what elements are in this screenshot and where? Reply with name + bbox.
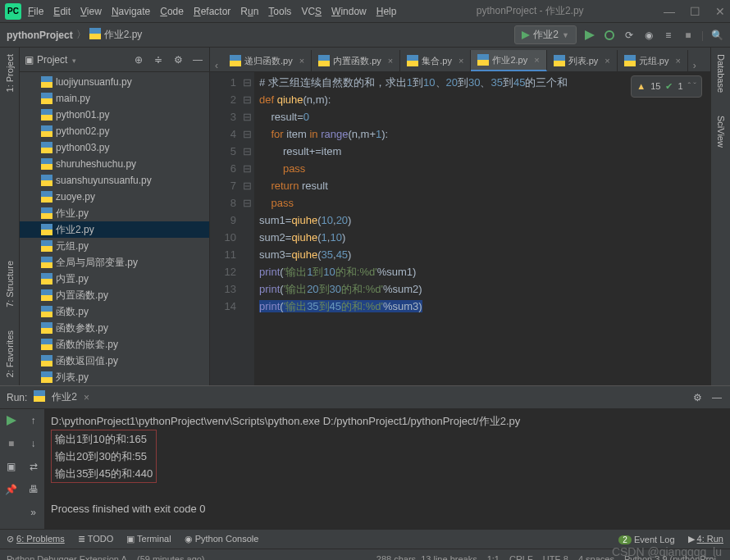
tree-item[interactable]: main.py bbox=[20, 90, 209, 107]
print-icon[interactable]: 🖶 bbox=[27, 483, 40, 496]
svg-rect-34 bbox=[41, 312, 52, 317]
collapse-icon[interactable]: ≑ bbox=[152, 53, 165, 66]
close-tab-icon[interactable]: × bbox=[605, 56, 609, 66]
tree-item[interactable]: 列表.py bbox=[20, 369, 209, 385]
console-output[interactable]: D:\pythonProject1\pythonProject\venv\Scr… bbox=[44, 409, 730, 529]
stop-icon[interactable]: ■ bbox=[5, 437, 18, 450]
tab-scroll-right[interactable]: › bbox=[688, 60, 701, 71]
down-icon[interactable]: ↓ bbox=[27, 437, 40, 450]
rerun-icon[interactable] bbox=[5, 414, 18, 427]
event-log-tab[interactable]: 2 Event Log bbox=[618, 535, 674, 544]
wrap-icon[interactable]: ⇄ bbox=[27, 460, 40, 473]
problems-tab[interactable]: ⊘ 6: Problems bbox=[7, 534, 65, 544]
close-tab-icon[interactable]: × bbox=[299, 56, 304, 66]
run-tab[interactable]: ▶ 4: Run bbox=[688, 534, 723, 544]
tree-item[interactable]: 元组.py bbox=[20, 238, 209, 254]
status-enc[interactable]: UTF-8 bbox=[543, 554, 568, 561]
close-tab-icon[interactable]: × bbox=[534, 55, 539, 65]
sidebar-tab-database[interactable]: Database bbox=[714, 51, 728, 96]
run-config-dropdown[interactable]: 作业2 ▼ bbox=[514, 25, 577, 44]
run-icon[interactable] bbox=[583, 29, 596, 42]
editor-tab[interactable]: 集合.py× bbox=[400, 50, 471, 71]
menu-tools[interactable]: Tools bbox=[268, 6, 291, 17]
chevron-down-icon[interactable] bbox=[71, 54, 76, 66]
code-content[interactable]: # 求三组连续自然数的和，求出1到10、20到30、35到45的三个和 def … bbox=[254, 72, 710, 385]
todo-tab[interactable]: ≣ TODO bbox=[78, 534, 113, 544]
menu-refactor[interactable]: Refactor bbox=[194, 6, 230, 17]
tree-item[interactable]: 全局与局部变量.py bbox=[20, 254, 209, 271]
status-indent[interactable]: 4 spaces bbox=[578, 554, 614, 561]
close-icon[interactable]: ✕ bbox=[715, 5, 725, 18]
tree-item[interactable]: 作业2.py bbox=[20, 221, 209, 238]
editor-tab[interactable]: 元组.py× bbox=[618, 50, 688, 71]
tree-item[interactable]: 函数返回值.py bbox=[20, 353, 209, 369]
code-area[interactable]: 1234567891011121314 ⊟⊟⊟⊟⊟⊟⊟⊟ # 求三组连续自然数的… bbox=[210, 72, 710, 385]
menu-code[interactable]: Code bbox=[160, 6, 184, 17]
up-icon[interactable]: ↑ bbox=[27, 414, 40, 427]
sidebar-tab-project[interactable]: 1: Project bbox=[3, 51, 16, 95]
coverage-icon[interactable]: ⟳ bbox=[623, 29, 636, 42]
tree-item[interactable]: python03.py bbox=[20, 139, 209, 156]
line-numbers: 1234567891011121314 bbox=[210, 72, 243, 385]
menu-vcs[interactable]: VCS bbox=[301, 6, 322, 17]
menu-run[interactable]: Run bbox=[240, 6, 258, 17]
tree-item[interactable]: 内置函数.py bbox=[20, 287, 209, 303]
attach-icon[interactable]: ≡ bbox=[662, 29, 675, 42]
hide-icon[interactable]: — bbox=[710, 391, 723, 404]
debug-icon[interactable] bbox=[603, 29, 616, 42]
status-sep[interactable]: CRLF bbox=[509, 554, 533, 561]
close-tab-icon[interactable]: × bbox=[675, 56, 680, 66]
breadcrumb-file[interactable]: 作业2.py bbox=[104, 28, 143, 42]
menu-edit[interactable]: Edit bbox=[53, 6, 71, 17]
inspection-widget[interactable]: ▲15 ✔1 ˆ ˇ bbox=[631, 75, 702, 98]
menu-navigate[interactable]: Navigate bbox=[112, 6, 150, 17]
tab-scroll-left[interactable]: ‹ bbox=[210, 60, 223, 71]
tree-item[interactable]: suanshuyunsuanfu.py bbox=[20, 172, 209, 189]
maximize-icon[interactable]: ☐ bbox=[690, 5, 700, 18]
close-tab-icon[interactable]: × bbox=[388, 56, 393, 66]
tree-item[interactable]: python02.py bbox=[20, 123, 209, 139]
sidebar-tab-favorites[interactable]: 2: Favorites bbox=[3, 327, 16, 380]
editor-tab[interactable]: 递归函数.py× bbox=[223, 50, 312, 71]
run-tab-label[interactable]: 作业2 bbox=[52, 390, 77, 404]
tree-item[interactable]: 函数的嵌套.py bbox=[20, 336, 209, 353]
menu-help[interactable]: Help bbox=[376, 6, 397, 17]
tree-item[interactable]: zuoye.py bbox=[20, 189, 209, 205]
editor-tab[interactable]: 内置函数.py× bbox=[312, 50, 400, 71]
stop-icon[interactable]: ■ bbox=[682, 29, 695, 42]
tree-item[interactable]: luojiyunsuanfu.py bbox=[20, 74, 209, 90]
hide-icon[interactable]: — bbox=[191, 53, 204, 66]
run-label: Run: bbox=[7, 392, 27, 403]
tree-item[interactable]: python01.py bbox=[20, 107, 209, 123]
sidebar-tab-sciview[interactable]: SciView bbox=[714, 112, 728, 151]
breadcrumb-project[interactable]: pythonProject bbox=[7, 30, 73, 41]
sidebar-tab-structure[interactable]: 7: Structure bbox=[3, 257, 16, 311]
tree-item[interactable]: 函数参数.py bbox=[20, 320, 209, 336]
status-pos[interactable]: 1:1 bbox=[487, 554, 500, 561]
locate-icon[interactable]: ⊕ bbox=[132, 53, 145, 66]
gear-icon[interactable]: ⚙ bbox=[691, 391, 704, 404]
editor-tab[interactable]: 作业2.py× bbox=[471, 50, 546, 71]
menu-window[interactable]: Window bbox=[331, 6, 367, 17]
svg-rect-14 bbox=[41, 148, 52, 153]
more-icon[interactable]: » bbox=[27, 506, 40, 519]
project-tree[interactable]: luojiyunsuanfu.pymain.pypython01.pypytho… bbox=[20, 72, 209, 385]
search-icon[interactable]: 🔍 bbox=[710, 29, 723, 42]
close-tab-icon[interactable]: × bbox=[459, 56, 463, 66]
python-console-tab[interactable]: ◉ Python Console bbox=[185, 534, 259, 544]
gear-icon[interactable]: ⚙ bbox=[171, 53, 185, 66]
tree-item[interactable]: 函数.py bbox=[20, 303, 209, 320]
menu-file[interactable]: File bbox=[28, 6, 43, 17]
profile-icon[interactable]: ◉ bbox=[642, 29, 655, 42]
tree-item[interactable]: shuruheshuchu.py bbox=[20, 156, 209, 172]
layout-icon[interactable]: ▣ bbox=[5, 460, 18, 473]
svg-rect-56 bbox=[34, 396, 45, 402]
breadcrumb[interactable]: pythonProject 〉 作业2.py bbox=[7, 28, 142, 42]
pin-icon[interactable]: 📌 bbox=[5, 483, 18, 496]
tree-item[interactable]: 作业.py bbox=[20, 205, 209, 221]
minimize-icon[interactable]: — bbox=[664, 5, 675, 18]
terminal-tab[interactable]: ▣ Terminal bbox=[126, 534, 171, 544]
editor-tab[interactable]: 列表.py× bbox=[547, 50, 618, 71]
tree-item[interactable]: 内置.py bbox=[20, 271, 209, 287]
menu-view[interactable]: View bbox=[80, 6, 102, 17]
